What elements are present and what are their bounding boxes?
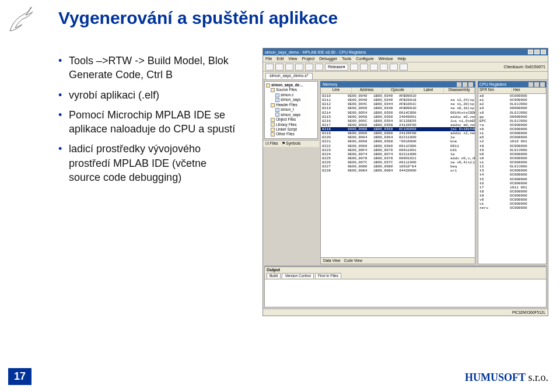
bullet-item: Pomocí Microchip MPLAB IDE se aplikace n… (58, 108, 239, 136)
register-row[interactable]: t71011 001 (478, 186, 546, 190)
memory-row[interactable]: 82219E00_00681B00_0368*0610000bne (321, 139, 475, 144)
menu-project[interactable]: Project (302, 57, 314, 61)
memory-tab-data[interactable]: Data View (323, 258, 341, 263)
register-row[interactable]: s21010 001 (478, 139, 546, 144)
memory-row[interactable]: 82109E00_00401B00_0340AFB00010 (321, 94, 475, 98)
register-row[interactable]: a10C000000 (478, 98, 546, 102)
tree-tabs[interactable]: ☑ Files ⚑ Symbols (263, 140, 319, 147)
toolbar-button[interactable] (370, 64, 378, 71)
memory-row[interactable]: 82159E00_00581B00_035024040001addiu a0,z… (321, 115, 475, 119)
tree-tab-symbols[interactable]: ⚑ Symbols (282, 141, 301, 146)
output-tab-vc[interactable]: Version Control (282, 273, 313, 278)
menubar[interactable]: File Edit View Project Debugger Tools Co… (263, 55, 548, 62)
page-number: 17 (8, 368, 32, 385)
memory-row[interactable]: 82129E00_004C1B00_0344AFB1001Csw s1,20(s… (321, 102, 475, 106)
toolbar-button[interactable] (380, 64, 388, 71)
register-row[interactable]: a00C000000 (478, 94, 546, 98)
menu-view[interactable]: View (288, 57, 297, 61)
window-title: simon_says_demo - MPLAB IDE v8.00 - CPU … (265, 50, 366, 54)
register-row[interactable]: t30C000000 (478, 169, 546, 173)
output-body (264, 279, 547, 307)
register-row[interactable]: t80C000000 (478, 190, 546, 194)
toolbar-button[interactable] (315, 64, 323, 71)
output-tab-build[interactable]: Build (267, 273, 281, 278)
panel-buttons[interactable] (457, 82, 473, 87)
register-row[interactable]: EPC0L0JJ00U (478, 119, 546, 123)
register-row[interactable]: a300000000 (478, 106, 546, 110)
register-row[interactable]: s00C000000 (478, 156, 546, 160)
register-row[interactable]: k00C000000 (478, 152, 546, 156)
menu-debugger[interactable]: Debugger (319, 57, 337, 61)
tree-tab-files[interactable]: ☑ Files (265, 141, 278, 146)
register-row[interactable]: s10C000000 (478, 160, 546, 164)
output-tabs[interactable]: Build Version Control Find in Files (264, 272, 547, 279)
brand-footer: HUMUSOFT s.r.o. (465, 372, 548, 384)
memory-row[interactable]: 82179E00_00601B00_035824120F00addiu a0,z… (321, 123, 475, 127)
registers-title: CPU Registers (480, 82, 506, 86)
register-row[interactable]: zero0C000000 (478, 206, 546, 210)
memory-row[interactable]: 82279E00_00801B00_008010010*E4beq (321, 164, 475, 169)
output-title: Output (264, 267, 547, 272)
register-row[interactable]: t90L0JJ00U (478, 148, 546, 152)
toolbar-button[interactable] (285, 64, 293, 71)
svg-point-0 (30, 8, 31, 9)
toolbar-button[interactable] (305, 64, 313, 71)
toolbar-button[interactable] (265, 64, 274, 71)
register-row[interactable]: ra0C000000 (478, 123, 546, 127)
register-row[interactable]: s00C000000 (478, 127, 546, 131)
memory-row[interactable]: 82259E00_00781B00_037800001021addu v0,v,… (321, 156, 475, 160)
memory-headers: Line Address Opcode Label Disassembly (320, 88, 475, 94)
bullet-list: Tools –>RTW -> Build Model, Blok Generat… (58, 54, 239, 190)
register-row[interactable]: t40C000000 (478, 173, 546, 177)
memory-row[interactable]: 82239E00_00F41B00_007000011001b31 (321, 148, 475, 152)
toolbar-button[interactable] (295, 64, 303, 71)
toolbar-button[interactable] (275, 64, 284, 71)
toolbar-button[interactable] (390, 64, 398, 71)
window-buttons[interactable] (528, 50, 546, 54)
bullet-item: ladicí prostředky vývojového prostředí M… (58, 142, 239, 184)
menu-configure[interactable]: Configure (356, 57, 373, 61)
panel-buttons[interactable] (528, 82, 545, 87)
document-tabs[interactable]: simon_says_demo.s* (263, 72, 548, 80)
toolbar-button[interactable] (360, 64, 368, 71)
memory-tab-code[interactable]: Code View (344, 258, 362, 263)
memory-row[interactable]: 82269E00_007C1B00_037CA0111000sw v0,4(s1… (321, 160, 475, 164)
register-row[interactable]: a50C000000 (478, 135, 546, 139)
memory-tabs[interactable]: Data View Code View (320, 258, 475, 264)
memory-row[interactable]: 82249E00_00741B00_007482211000lw (321, 152, 475, 156)
register-row[interactable]: t80C000000 (478, 144, 546, 148)
menu-window[interactable]: Window (379, 57, 393, 61)
register-row[interactable]: a20L0JJ00U (478, 102, 546, 106)
memory-row[interactable]: 82289E00_00841B00_008434420000ori (321, 169, 475, 173)
output-tab-find[interactable]: Find in Files (315, 273, 341, 278)
register-row[interactable]: t20L0JJ00U (478, 164, 546, 169)
menu-file[interactable]: File (265, 57, 272, 61)
memory-row[interactable]: 82209E00_00641B00_036482211000lw (321, 135, 475, 139)
register-row[interactable]: t60C000000 (478, 181, 546, 186)
menu-tools[interactable]: Tools (342, 57, 351, 61)
memory-row[interactable]: 82229E00_00601B00_03600011C0D60011 (321, 144, 475, 148)
register-row[interactable]: s10C000000 (478, 131, 546, 135)
memory-row[interactable]: 82189000_00801B00_03580C100899jal 0x18b5… (321, 127, 475, 131)
register-row[interactable]: t90C000000 (478, 194, 546, 198)
register-row[interactable]: v10C000000 (478, 202, 546, 206)
memory-row[interactable]: 82139E00_00501B00_0348AFB0001Dsw s0,16(s… (321, 106, 475, 110)
toolbar[interactable]: Release ▾ Checksum: 0x815b071 (263, 62, 548, 72)
register-row[interactable]: s00L0JJ00U (478, 111, 546, 115)
register-row[interactable]: v00C000000 (478, 198, 546, 202)
project-tree[interactable]: simon_says_de… Source Files simon.c simo… (264, 81, 318, 139)
register-row[interactable]: t50C000000 (478, 177, 546, 181)
memory-row[interactable]: 82149E00_00541B00_03500014C0D60014tstsC0… (321, 111, 475, 115)
memory-row[interactable]: 82199E00_00601B00_036024120F00addiu s2,z… (321, 131, 475, 135)
memory-grid[interactable]: 82109E00_00401B00_0340AFB0001082119E00_0… (320, 94, 475, 258)
memory-row[interactable]: 82119E00_00481B00_0340AFB20018sw s2,24(s… (321, 98, 475, 102)
toolbar-button[interactable] (400, 64, 408, 71)
registers-grid[interactable]: a00C000000a10C000000a20L0JJ00Ua300000000… (478, 94, 547, 264)
register-row[interactable]: gp00000000 (478, 115, 546, 119)
menu-help[interactable]: Help (398, 57, 406, 61)
toolbar-button[interactable] (350, 64, 358, 71)
document-tab[interactable]: simon_says_demo.s* (265, 73, 313, 79)
config-combo[interactable]: Release ▾ (325, 64, 348, 71)
memory-row[interactable]: 82169E00_005C1B00_03543C120E55lui s1,0xb… (321, 119, 475, 123)
menu-edit[interactable]: Edit (276, 57, 284, 61)
